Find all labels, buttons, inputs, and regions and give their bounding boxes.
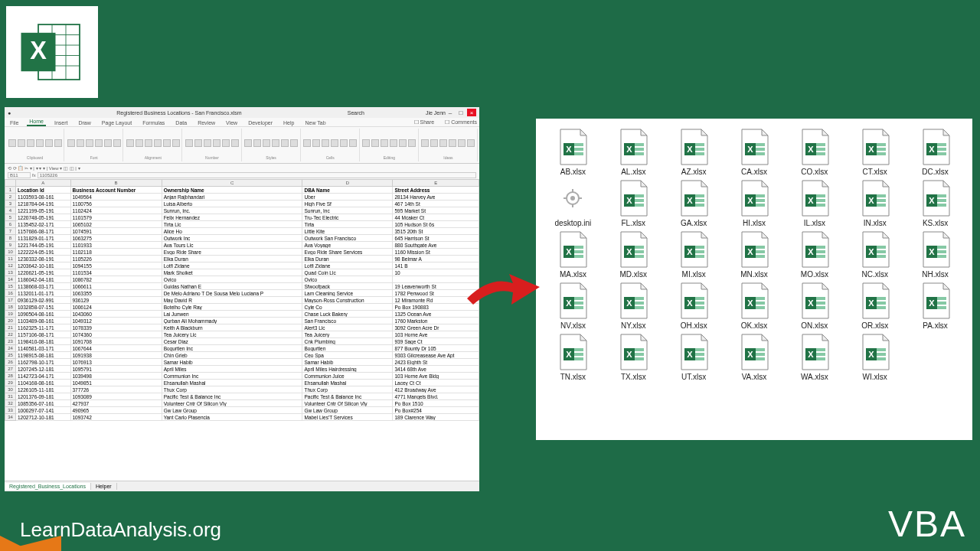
cell[interactable]: 1104168-08-161 [16, 380, 71, 386]
cell[interactable]: 3515 20th St [393, 228, 479, 235]
ribbon-icon[interactable] [281, 139, 289, 147]
cell[interactable]: Thux Corp [302, 386, 393, 393]
ribbon-icon[interactable] [204, 139, 211, 147]
ribbon-icon[interactable] [18, 139, 25, 147]
ribbon-icon[interactable] [449, 139, 456, 147]
row-header[interactable]: 31 [5, 393, 16, 400]
column-header[interactable]: A [16, 180, 71, 187]
cell[interactable]: 877 Bounty Dr 105 [393, 345, 479, 352]
cell[interactable]: 1067644 [70, 345, 162, 352]
file-item[interactable]: XON.xlsx [785, 282, 844, 330]
cell[interactable]: 1049851 [70, 380, 162, 386]
cell[interactable]: Samar Habib [162, 359, 302, 366]
tab-home[interactable]: Home [27, 118, 46, 126]
cell[interactable]: 1095791 [70, 366, 162, 373]
ribbon-icon[interactable] [263, 139, 270, 147]
header-cell[interactable]: Location Id [16, 187, 71, 194]
cell[interactable]: 490965 [70, 407, 162, 414]
cell[interactable]: Keith A Blackburn [162, 324, 302, 331]
cell[interactable]: April Miles [162, 366, 302, 373]
file-item[interactable]: XWI.xlsx [845, 333, 904, 381]
file-item[interactable]: XMO.xlsx [785, 230, 844, 279]
cell[interactable]: 1222224-05-191 [16, 249, 71, 256]
row-header[interactable]: 27 [5, 366, 16, 373]
cell[interactable]: 10 [393, 269, 479, 276]
cell[interactable]: Sunrun, Inc [302, 207, 393, 214]
cell[interactable]: 1085356-07-161 [16, 400, 71, 407]
cell[interactable]: 1221744-05-191 [16, 242, 71, 249]
cell[interactable]: Ava Tours Llc [162, 242, 302, 249]
ribbon-icon[interactable] [467, 139, 475, 147]
file-item[interactable]: XNV.xlsx [544, 282, 603, 330]
row-header[interactable]: 10 [5, 249, 16, 256]
cell[interactable]: 1090504-08-161 [16, 311, 71, 318]
row-header[interactable]: 2 [5, 194, 16, 201]
cell[interactable]: Bogurtlen Inc [162, 345, 302, 352]
cell[interactable]: Outwork San Francisco [302, 235, 393, 242]
cell[interactable]: Samar Habib [302, 359, 393, 366]
cell[interactable]: 1101579 [70, 214, 162, 221]
minimize-icon[interactable]: – [446, 109, 455, 116]
cell[interactable]: Pacific Test & Balance Inc [162, 393, 302, 400]
cell[interactable]: Sfwoofpack [302, 283, 393, 290]
cell[interactable]: 1202712-10-181 [16, 414, 71, 421]
file-item[interactable]: XVA.xlsx [725, 333, 784, 381]
tab-developer[interactable]: Developer [246, 119, 275, 126]
tab-file[interactable]: File [8, 119, 21, 126]
row-header[interactable]: 19 [5, 311, 16, 318]
cell[interactable]: 1105226 [70, 256, 162, 262]
cell[interactable]: 467 14th St [393, 201, 479, 207]
cell[interactable]: 1221199-05-191 [16, 207, 71, 214]
cell[interactable]: 1201376-09-181 [16, 393, 71, 400]
file-item[interactable]: XKS.xlsx [906, 179, 965, 227]
column-header[interactable]: D [302, 180, 393, 187]
file-item[interactable]: XAB.xlsx [544, 128, 603, 176]
row-header[interactable]: 9 [5, 242, 16, 249]
cell[interactable]: April Miles Hairdressing [302, 366, 393, 373]
tab-help[interactable]: Help [281, 119, 296, 126]
header-cell[interactable]: Business Account Number [70, 187, 162, 194]
comments-button[interactable]: ☐ Comments [443, 119, 479, 126]
row-header[interactable]: 7 [5, 228, 16, 235]
file-item[interactable]: XCA.xlsx [725, 128, 784, 176]
ribbon-icon[interactable] [272, 139, 279, 147]
row-header[interactable]: 16 [5, 290, 16, 297]
cell[interactable]: Ehsanullah Mashal [302, 380, 393, 386]
cell[interactable]: 1093089 [70, 393, 162, 400]
cell[interactable]: 28134 Harvey Ave [393, 194, 479, 201]
file-item[interactable]: XOR.xlsx [845, 282, 904, 330]
cell[interactable]: 0936129-02-991 [16, 297, 71, 304]
cell[interactable]: 1760 Markston [393, 318, 479, 324]
file-item[interactable]: XHI.xlsx [725, 179, 784, 227]
sheet-tab[interactable]: Helper [91, 483, 117, 490]
row-header[interactable]: 1 [5, 187, 16, 194]
ribbon-icon[interactable] [104, 139, 112, 147]
file-item[interactable]: XTN.xlsx [544, 333, 603, 381]
cell[interactable]: Mayson-Ross Construction [302, 297, 393, 304]
ribbon-icon[interactable] [439, 139, 447, 147]
cell[interactable]: 1091938 [70, 352, 162, 359]
cell[interactable]: Communion Inc [162, 373, 302, 380]
cell[interactable]: 1220748-05-191 [16, 214, 71, 221]
header-cell[interactable]: Ownership Name [162, 187, 302, 194]
cell[interactable]: 1132011-01-171 [16, 290, 71, 297]
ribbon-icon[interactable] [253, 139, 261, 147]
ribbon-icon[interactable] [231, 139, 239, 147]
cell[interactable]: 1142723-04-171 [16, 373, 71, 380]
cell[interactable]: 3092 Green Acre Dr [393, 324, 479, 331]
tab-insert[interactable]: Insert [52, 119, 70, 126]
cell[interactable]: 1103489-08-161 [16, 318, 71, 324]
header-cell[interactable]: DBA Name [302, 187, 393, 194]
tab-formulas[interactable]: Formulas [140, 119, 167, 126]
ribbon-icon[interactable] [290, 139, 298, 147]
cell[interactable]: 1094155 [70, 262, 162, 269]
cell[interactable]: Botelho Cyle Ray [162, 304, 302, 311]
file-item[interactable]: XCT.xlsx [845, 128, 904, 176]
file-item[interactable]: XAL.xlsx [604, 128, 663, 176]
cell[interactable]: 1203642-10-181 [16, 262, 71, 269]
row-header[interactable]: 5 [5, 214, 16, 221]
cell[interactable]: 1066611 [70, 283, 162, 290]
cell[interactable]: Tru-Tec Electric [302, 214, 393, 221]
ribbon-icon[interactable] [399, 139, 407, 147]
file-item[interactable]: XCO.xlsx [785, 128, 844, 176]
